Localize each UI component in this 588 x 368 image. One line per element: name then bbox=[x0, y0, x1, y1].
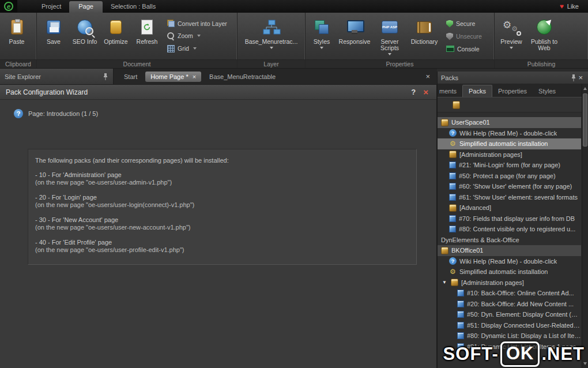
pack-item-title: - 20 - For 'Login' page bbox=[35, 194, 409, 201]
tab-start[interactable]: Start bbox=[117, 71, 144, 82]
secure-label: Secure bbox=[456, 20, 475, 27]
secure-button[interactable]: Secure bbox=[446, 20, 491, 28]
tree-item[interactable]: #50: Dyn. Element: Display Content (Uni.… bbox=[438, 309, 581, 320]
site-explorer-header: Site Explorer bbox=[0, 69, 114, 84]
responsive-monitor-icon bbox=[346, 17, 363, 37]
tab-close-icon[interactable]: × bbox=[193, 74, 196, 80]
tab-packs[interactable]: Packs bbox=[462, 85, 492, 97]
optimize-button[interactable]: Optimize bbox=[100, 14, 131, 59]
menu-project[interactable]: Project bbox=[33, 1, 69, 12]
wizard-content-box: The following packs (and their correspon… bbox=[28, 149, 417, 265]
vertical-scrollbar[interactable] bbox=[582, 84, 588, 368]
refresh-button[interactable]: Refresh bbox=[131, 14, 163, 59]
expand-arrow-icon[interactable]: ▼ bbox=[442, 280, 448, 285]
chevron-down-icon bbox=[193, 47, 197, 50]
zoom-button[interactable]: Zoom bbox=[167, 32, 233, 40]
tree-item[interactable]: #70: Fields that display user info from … bbox=[438, 213, 581, 224]
packs-close-icon[interactable]: × bbox=[576, 73, 585, 82]
refresh-icon bbox=[141, 17, 153, 37]
wizard-pack-list: - 10 - For 'Administration' page(on the … bbox=[35, 171, 409, 254]
preview-gears-icon: ⚙⚙ bbox=[503, 17, 520, 37]
wizard-title: Pack Configuration Wizard bbox=[6, 88, 406, 96]
tree-item[interactable]: #61: 'Show User' element: several format… bbox=[438, 192, 581, 203]
tree-item-label: Simplified automatic installation bbox=[459, 268, 548, 275]
wizard-help-button[interactable]: ? bbox=[406, 88, 421, 96]
app-window: e Project Page Selection : Balls ♥ Like … bbox=[0, 0, 588, 368]
tree-item[interactable]: ⚙Simplified automatic installation bbox=[438, 266, 581, 277]
pack-item-title: - 40 - For 'Edit Profile' page bbox=[35, 239, 409, 246]
server-scripts-button[interactable]: PHP ASP Server Scripts bbox=[372, 14, 407, 59]
responsive-button[interactable]: Responsive bbox=[337, 14, 372, 59]
publish-label: Publish to Web bbox=[527, 39, 561, 51]
tabstrip-close-icon[interactable]: × bbox=[422, 72, 434, 81]
tree-item[interactable]: UserSpace01 bbox=[438, 117, 581, 128]
cube-icon bbox=[449, 215, 456, 222]
tab-styles[interactable]: Styles bbox=[533, 85, 561, 97]
tree-item[interactable]: DynElements & Back-Office bbox=[438, 235, 581, 246]
scroll-up-icon[interactable] bbox=[583, 87, 587, 90]
pack-item: - 40 - For 'Edit Profile' page(on the ne… bbox=[35, 239, 409, 254]
styles-button[interactable]: Styles bbox=[307, 14, 337, 59]
dictionary-button[interactable]: Dictionary bbox=[407, 14, 442, 59]
tree-item[interactable]: #10: Back-Office: Online Content Ad... bbox=[438, 288, 581, 299]
tree-item[interactable]: #80: Content visible only to registered … bbox=[438, 224, 581, 235]
console-button[interactable]: Console bbox=[446, 46, 491, 52]
tree-item[interactable]: #51: Display Connected User-Related C... bbox=[438, 320, 581, 331]
tab-properties[interactable]: Properties bbox=[492, 85, 533, 97]
cube-icon bbox=[457, 332, 464, 339]
convert-layer-icon bbox=[167, 20, 175, 27]
tab-elements[interactable]: ments bbox=[438, 85, 462, 97]
save-button[interactable]: Save bbox=[38, 14, 69, 59]
tree-item[interactable]: #50: Protect a page (for any page) bbox=[438, 171, 581, 182]
layer-selector-button[interactable]: Base_Menuretrac... bbox=[239, 14, 304, 59]
tree-item[interactable]: ⚙Simplified automatic installation bbox=[438, 138, 581, 149]
chevron-down-icon bbox=[388, 53, 391, 55]
tree-item[interactable]: [Advanced] bbox=[438, 202, 581, 213]
tree-item[interactable]: #20: Back-Office: Add New Content ... bbox=[438, 299, 581, 310]
tree-item-label: #60: 'Show User' element (for any page) bbox=[459, 183, 572, 190]
publish-globe-icon bbox=[537, 17, 552, 37]
optimize-label: Optimize bbox=[104, 39, 127, 45]
tree-item[interactable]: ▼[Administration pages] bbox=[438, 277, 581, 288]
paste-icon bbox=[11, 17, 23, 37]
tree-item-label: #80: Content visible only to registered … bbox=[459, 226, 575, 232]
preview-button[interactable]: ⚙⚙ Preview bbox=[496, 14, 527, 59]
tree-item[interactable]: BKOffice01 bbox=[438, 245, 581, 256]
tree-item-label: #10: Back-Office: Online Content Ad... bbox=[467, 290, 574, 296]
console-icon bbox=[446, 46, 454, 52]
tree-item[interactable]: ?Wiki Help (Read Me) - double-click bbox=[438, 256, 581, 267]
tree-item[interactable]: [Administration pages] bbox=[438, 149, 581, 160]
pin-icon[interactable] bbox=[571, 74, 576, 81]
menu-page[interactable]: Page bbox=[69, 1, 103, 13]
unsecure-button[interactable]: Unsecure bbox=[446, 33, 491, 40]
install-pack-icon[interactable] bbox=[453, 101, 460, 109]
tree-item[interactable]: #60: 'Show User' element (for any page) bbox=[438, 181, 581, 192]
publish-button[interactable]: Publish to Web bbox=[527, 14, 561, 59]
pin-icon[interactable] bbox=[103, 73, 108, 80]
watermark: SOFT- OK .NET bbox=[443, 341, 585, 367]
wizard-close-button[interactable]: × bbox=[421, 87, 431, 97]
scrollbar-thumb[interactable] bbox=[583, 93, 587, 147]
pack-item-title: - 30 - For 'New Account' page bbox=[35, 216, 409, 224]
unsecure-label: Unsecure bbox=[456, 33, 482, 40]
menu-selection[interactable]: Selection : Balls bbox=[103, 1, 164, 12]
pack-item: - 20 - For 'Login' page(on the new page … bbox=[35, 194, 409, 209]
app-logo[interactable]: e bbox=[0, 0, 17, 13]
tree-item[interactable]: #21: 'Mini-Login' form (for any page) bbox=[438, 160, 581, 171]
cube-icon bbox=[457, 311, 464, 318]
tab-base-menuretractable[interactable]: Base_MenuRetractable bbox=[202, 71, 282, 82]
watermark-part2: OK bbox=[500, 341, 540, 367]
tree-item-label: [Administration pages] bbox=[461, 279, 524, 286]
grid-button[interactable]: Grid bbox=[167, 45, 233, 52]
like-button[interactable]: Like bbox=[567, 3, 579, 10]
paste-button[interactable]: Paste bbox=[1, 14, 32, 59]
tree-item[interactable]: ?Wiki Help (Read Me) - double-click bbox=[438, 128, 581, 139]
group-label-layer: Layer bbox=[238, 59, 305, 68]
tab-home-page[interactable]: Home Page * × bbox=[145, 72, 201, 82]
ribbon-group-clipboard: Paste Clipboard bbox=[0, 13, 37, 68]
wizard-step-label: Page: Introduction (1 / 5) bbox=[28, 110, 98, 117]
convert-into-layer-button[interactable]: Convert into Layer bbox=[167, 20, 233, 27]
seo-label: SEO Info bbox=[73, 39, 97, 45]
seo-info-button[interactable]: SEO Info bbox=[69, 14, 100, 59]
tree-item[interactable]: #80: Dynamic List: Display a List of Ite… bbox=[438, 331, 581, 341]
